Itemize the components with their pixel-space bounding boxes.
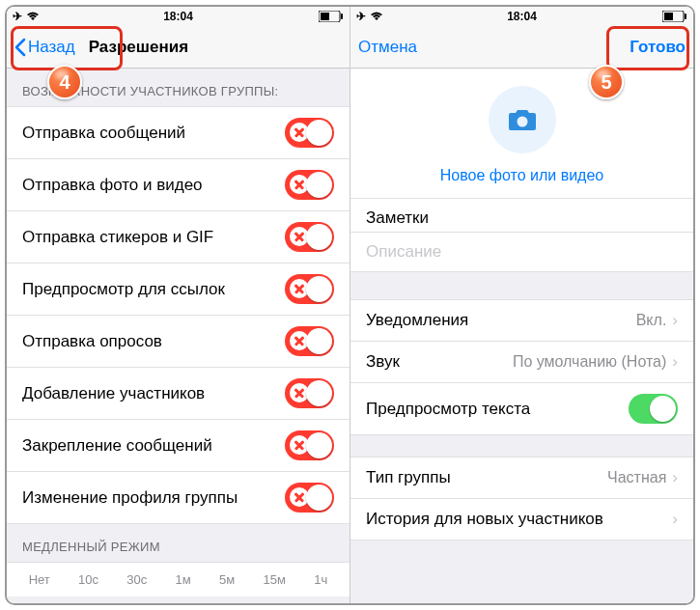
perm-row[interactable]: Закрепление сообщений (7, 420, 350, 472)
switch-off[interactable] (285, 118, 334, 148)
perm-label: Отправка фото и видео (22, 176, 285, 195)
svg-rect-2 (321, 13, 329, 20)
left-screen: ✈ 18:04 Назад Разрешения 4 ВОЗМОЖНОСТИ У… (7, 7, 350, 603)
perm-row[interactable]: Отправка фото и видео (7, 159, 350, 211)
chevron-right-icon: › (672, 352, 678, 372)
perm-row[interactable]: Изменение профиля группы (7, 472, 350, 524)
notes-block: Заметки Описание (350, 199, 693, 272)
switch-off[interactable] (285, 326, 334, 356)
slow-opt[interactable]: 5м (219, 572, 235, 587)
group-avatar[interactable] (489, 86, 556, 153)
wifi-icon (26, 12, 40, 21)
perm-row[interactable]: Отправка стикеров и GIF (7, 211, 350, 263)
chevron-left-icon (14, 38, 26, 57)
done-button[interactable]: Готово (630, 38, 686, 57)
nav-bar: Назад Разрешения (7, 26, 350, 69)
status-bar: ✈ 18:04 (7, 7, 350, 26)
row-label: История для новых участников (366, 510, 672, 529)
svg-rect-1 (341, 14, 343, 19)
switch-off[interactable] (285, 222, 334, 252)
status-bar: ✈ 18:04 (350, 7, 693, 26)
perm-label: Предпросмотр для ссылок (22, 280, 285, 299)
switch-off[interactable] (285, 430, 334, 460)
row-label: Тип группы (366, 468, 607, 487)
battery-icon (319, 11, 344, 22)
photo-header: Новое фото или видео (350, 69, 693, 199)
callout-badge-4: 4 (47, 65, 82, 99)
chevron-right-icon: › (672, 311, 678, 330)
svg-point-6 (517, 117, 527, 127)
perm-label: Отправка сообщений (22, 124, 285, 143)
perm-row[interactable]: Отправка сообщений (7, 106, 350, 159)
switch-off[interactable] (285, 483, 334, 513)
perm-row[interactable]: Отправка опросов (7, 316, 350, 368)
slow-opt[interactable]: 1ч (314, 572, 327, 587)
slow-opt[interactable]: 15м (264, 572, 286, 587)
new-photo-link[interactable]: Новое фото или видео (350, 167, 693, 184)
row-notifications[interactable]: Уведомления Вкл. › (350, 299, 693, 342)
switch-off[interactable] (285, 170, 334, 200)
slow-opt[interactable]: 10с (78, 572, 98, 587)
chevron-right-icon: › (672, 468, 678, 487)
status-time: 18:04 (123, 10, 233, 23)
row-history[interactable]: История для новых участников › (350, 499, 693, 541)
perm-label: Закрепление сообщений (22, 436, 285, 456)
chevron-right-icon: › (672, 510, 678, 529)
callout-badge-5: 5 (589, 65, 624, 99)
battery-icon (662, 11, 687, 22)
slow-opt[interactable]: Нет (29, 572, 50, 587)
row-preview[interactable]: Предпросмотр текста (350, 383, 693, 435)
back-button[interactable]: Назад (14, 38, 75, 57)
row-label: Предпросмотр текста (366, 400, 629, 419)
svg-rect-4 (685, 14, 686, 19)
perm-label: Добавление участников (22, 384, 285, 403)
slow-opt[interactable]: 30с (126, 572, 147, 587)
camera-icon (507, 107, 538, 132)
section-slowmode: МЕДЛЕННЫЙ РЕЖИМ (7, 524, 350, 562)
row-value: Вкл. (636, 312, 667, 329)
perm-label: Отправка опросов (22, 332, 285, 351)
row-value: По умолчанию (Нота) (513, 353, 666, 371)
row-grouptype[interactable]: Тип группы Частная › (350, 457, 693, 499)
slowmode-slider[interactable]: Нет 10с 30с 1м 5м 15м 1ч (7, 562, 350, 596)
perm-label: Отправка стикеров и GIF (22, 228, 285, 247)
description-input[interactable]: Описание (350, 233, 693, 271)
row-value: Частная (607, 469, 666, 486)
switch-off[interactable] (285, 274, 334, 304)
notes-title[interactable]: Заметки (350, 199, 693, 233)
slow-opt[interactable]: 1м (176, 572, 191, 587)
svg-rect-5 (664, 13, 673, 20)
airplane-icon: ✈ (356, 10, 366, 23)
back-label: Назад (28, 38, 75, 57)
perm-row[interactable]: Предпросмотр для ссылок (7, 263, 350, 316)
cancel-button[interactable]: Отмена (358, 38, 417, 57)
switch-off[interactable] (285, 378, 334, 408)
perm-label: Изменение профиля группы (22, 488, 285, 508)
wifi-icon (370, 12, 383, 21)
page-title: Разрешения (89, 38, 188, 57)
status-time: 18:04 (466, 10, 576, 23)
perm-row[interactable]: Добавление участников (7, 368, 350, 420)
nav-bar: Отмена Готово (350, 26, 693, 69)
row-label: Уведомления (366, 311, 636, 330)
airplane-icon: ✈ (13, 10, 22, 23)
row-sound[interactable]: Звук По умолчанию (Нота) › (350, 342, 693, 383)
row-label: Звук (366, 352, 513, 372)
right-screen: ✈ 18:04 Отмена Готово 5 Новое фото или в… (350, 7, 693, 603)
switch-on[interactable] (629, 394, 678, 424)
